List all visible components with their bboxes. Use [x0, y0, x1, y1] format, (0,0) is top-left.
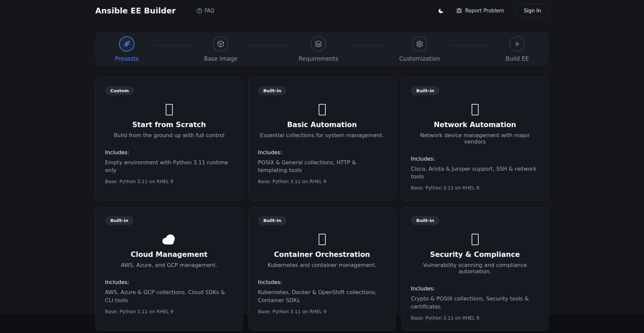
cloud-icon [161, 234, 177, 245]
preset-card-cloud-management[interactable]: Built-in Cloud Management AWS, Azure, an… [95, 207, 243, 331]
faq-link[interactable]: FAQ [197, 8, 214, 14]
preset-badge: Built-in [258, 216, 286, 225]
base-image-text: Base: Python 3.11 on RHEL 9 [258, 179, 386, 184]
package-box-icon [213, 36, 228, 52]
top-header: Ansible EE Builder FAQ [0, 0, 644, 21]
preset-badge: Built-in [411, 216, 439, 225]
gear-icon [412, 36, 427, 52]
step-build-ee[interactable]: Build EE [501, 36, 533, 62]
includes-label: Includes: [411, 285, 539, 292]
base-image-text: Base: Python 3.11 on RHEL 9 [258, 309, 386, 314]
step-label: Build EE [505, 55, 529, 62]
preset-subtitle: AWS, Azure, and GCP management. [105, 262, 233, 268]
faq-label: FAQ [205, 8, 214, 14]
includes-label: Includes: [258, 279, 386, 285]
step-connector [154, 45, 193, 46]
sparkles-icon [119, 36, 135, 52]
step-label: Presests [115, 55, 139, 62]
base-image-text: Base: Python 3.11 on RHEL 9 [105, 179, 233, 184]
preset-title: Container Orchestration [258, 251, 386, 259]
includes-label: Includes: [258, 149, 386, 156]
base-image-text: Base: Python 3.11 on RHEL 9 [105, 309, 233, 314]
step-connector [248, 45, 288, 46]
missing-glyph-placeholder-icon [166, 104, 173, 115]
sign-in-button[interactable]: Sign In [516, 4, 549, 17]
app-title: Ansible EE Builder [95, 6, 176, 15]
step-requirements[interactable]: Requirements [299, 36, 338, 62]
report-problem-link[interactable]: Report Problem [456, 8, 504, 14]
preset-title: Start from Scratch [105, 121, 233, 129]
includes-text: AWS, Azure & GCP collections, Cloud SDKs… [105, 288, 233, 304]
preset-title: Security & Compliance [411, 251, 539, 259]
step-base-image[interactable]: Base Image [204, 36, 237, 62]
preset-subtitle: Build from the ground up with full contr… [105, 132, 233, 138]
step-label: Requirements [299, 55, 338, 62]
preset-subtitle: Network device management with major ven… [411, 132, 539, 145]
missing-glyph-placeholder-icon [472, 234, 479, 245]
preset-card-grid: Custom Start from Scratch Build from the… [95, 77, 549, 331]
missing-glyph-placeholder-icon [319, 104, 326, 115]
base-image-text: Base: Python 3.11 on RHEL 9 [411, 315, 539, 321]
bug-icon [456, 8, 462, 14]
missing-glyph-placeholder-icon [319, 234, 326, 245]
preset-subtitle: Kubernetes and container management. [258, 262, 386, 268]
preset-title: Network Automation [411, 121, 539, 129]
preset-subtitle: Essential collections for system managem… [258, 132, 386, 138]
includes-text: Crypto & POSIX collections, Security too… [411, 295, 539, 310]
preset-card-security-compliance[interactable]: Built-in Security & Compliance Vulnerabi… [401, 207, 549, 331]
app-root: Ansible EE Builder FAQ [0, 0, 644, 314]
step-customization[interactable]: Customization [399, 36, 440, 62]
preset-title: Basic Automation [258, 121, 386, 129]
preset-card-start-from-scratch[interactable]: Custom Start from Scratch Build from the… [95, 77, 243, 201]
step-presets[interactable]: Presests [111, 36, 143, 62]
includes-label: Includes: [105, 279, 233, 285]
step-label: Base Image [204, 55, 237, 62]
layers-icon [311, 36, 326, 52]
includes-text: POSIX & General collections, HTTP & temp… [258, 159, 386, 174]
step-label: Customization [399, 55, 440, 62]
includes-text: Kubernetes, Docker & OpenShift collectio… [258, 288, 386, 304]
includes-text: Empty environment with Python 3.11 runti… [105, 159, 233, 174]
preset-card-network-automation[interactable]: Built-in Network Automation Network devi… [401, 77, 549, 201]
step-connector [451, 45, 490, 46]
help-circle-icon [197, 8, 202, 14]
preset-badge: Built-in [411, 86, 439, 95]
step-connector [349, 45, 388, 46]
preset-card-container-orchestration[interactable]: Built-in Container Orchestration Kuberne… [248, 207, 396, 331]
play-icon [509, 36, 525, 52]
base-image-text: Base: Python 3.11 on RHEL 9 [411, 185, 539, 190]
report-problem-label: Report Problem [465, 8, 504, 14]
preset-badge: Built-in [105, 216, 133, 225]
preset-subtitle: Vulnerability scanning and compliance au… [411, 262, 539, 275]
stepper-panel: Presests Base Image [95, 32, 549, 66]
preset-badge: Custom [105, 86, 134, 95]
preset-title: Cloud Management [105, 251, 233, 259]
moon-icon [438, 8, 444, 14]
missing-glyph-placeholder-icon [472, 104, 479, 115]
includes-label: Includes: [105, 149, 233, 156]
preset-badge: Built-in [258, 86, 286, 95]
includes-label: Includes: [411, 156, 539, 162]
includes-text: Cisco, Arista & Juniper support, SSH & n… [411, 165, 539, 180]
theme-toggle-button[interactable] [438, 8, 444, 14]
preset-card-basic-automation[interactable]: Built-in Basic Automation Essential coll… [248, 77, 396, 201]
